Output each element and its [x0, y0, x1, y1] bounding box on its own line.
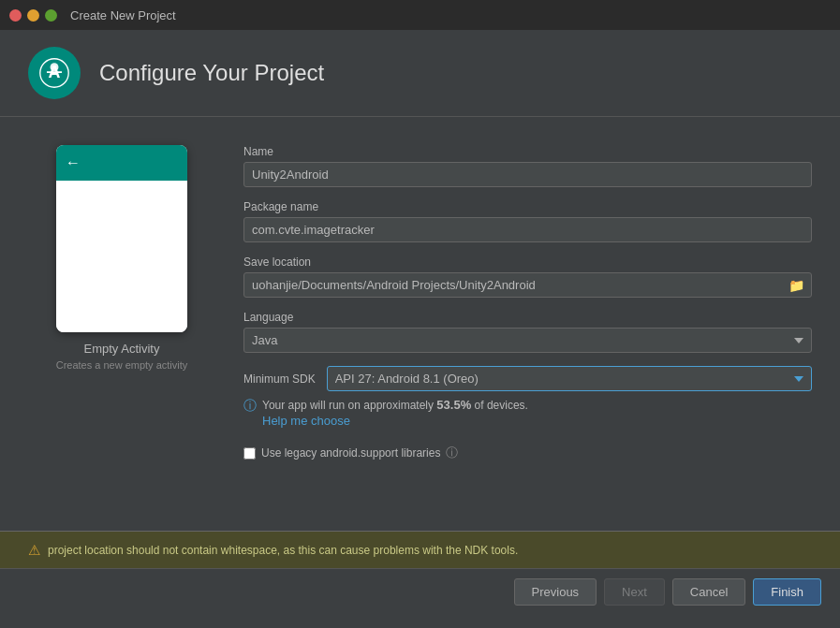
svg-point-2	[51, 63, 59, 71]
cancel-button[interactable]: Cancel	[672, 578, 745, 606]
sdk-info-text: Your app will run on approximately 53.5%…	[262, 397, 528, 428]
name-label: Name	[243, 145, 812, 158]
phone-preview: ←	[56, 145, 187, 332]
save-location-input[interactable]	[243, 272, 812, 298]
min-sdk-row: Minimum SDK API 27: Android 8.1 (Oreo) A…	[243, 366, 812, 391]
main-content: ← Empty Activity Creates a new empty act…	[0, 117, 840, 531]
close-button[interactable]	[9, 9, 22, 22]
save-location-group: Save location 📁	[243, 256, 812, 298]
save-location-wrapper: 📁	[243, 272, 812, 298]
title-bar: Create New Project	[0, 0, 840, 30]
maximize-button[interactable]	[45, 9, 57, 22]
left-panel: ← Empty Activity Creates a new empty act…	[28, 145, 215, 521]
form-panel: Name Package name Save location 📁 Langua…	[243, 145, 812, 521]
window-title: Create New Project	[70, 8, 176, 22]
name-input[interactable]	[243, 162, 812, 187]
info-suffix: of devices.	[471, 399, 528, 412]
window-controls	[9, 9, 57, 22]
finish-button[interactable]: Finish	[753, 578, 821, 606]
min-sdk-group: Minimum SDK API 27: Android 8.1 (Oreo) A…	[243, 366, 812, 428]
header: A Configure Your Project	[0, 30, 840, 117]
name-group: Name	[243, 145, 812, 187]
info-icon: ⓘ	[243, 398, 257, 415]
language-label: Language	[243, 311, 812, 324]
page-title: Configure Your Project	[99, 60, 324, 86]
minimize-button[interactable]	[27, 9, 39, 22]
legacy-label: Use legacy android.support libraries	[261, 446, 440, 460]
sdk-info-row: ⓘ Your app will run on approximately 53.…	[243, 397, 812, 428]
help-icon[interactable]: ⓘ	[446, 445, 458, 461]
help-me-choose-link[interactable]: Help me choose	[262, 414, 528, 428]
footer: Previous Next Cancel Finish	[0, 568, 840, 615]
warning-text: project location should not contain whit…	[48, 544, 518, 557]
phone-body	[56, 181, 187, 332]
activity-label: Empty Activity	[84, 342, 160, 356]
warning-bar: ⚠ project location should not contain wh…	[0, 531, 840, 568]
info-percent: 53.5%	[436, 398, 471, 412]
package-name-label: Package name	[243, 200, 812, 213]
next-button[interactable]: Next	[604, 578, 665, 606]
info-prefix: Your app will run on approximately	[262, 399, 436, 412]
language-select[interactable]: Java Kotlin	[243, 328, 812, 353]
legacy-checkbox[interactable]	[243, 447, 256, 460]
activity-desc: Creates a new empty activity	[56, 359, 188, 371]
legacy-checkbox-row: Use legacy android.support libraries ⓘ	[243, 445, 812, 461]
save-location-label: Save location	[243, 256, 812, 269]
folder-icon[interactable]: 📁	[788, 278, 804, 293]
back-arrow-icon: ←	[66, 154, 81, 171]
package-name-input[interactable]	[243, 217, 812, 242]
android-logo: A	[28, 47, 81, 99]
phone-header: ←	[56, 145, 187, 181]
min-sdk-select[interactable]: API 27: Android 8.1 (Oreo) API 16: Andro…	[327, 366, 812, 391]
warning-icon: ⚠	[28, 542, 40, 559]
language-group: Language Java Kotlin	[243, 311, 812, 353]
previous-button[interactable]: Previous	[514, 578, 597, 606]
min-sdk-label: Minimum SDK	[243, 372, 316, 386]
package-name-group: Package name	[243, 200, 812, 242]
